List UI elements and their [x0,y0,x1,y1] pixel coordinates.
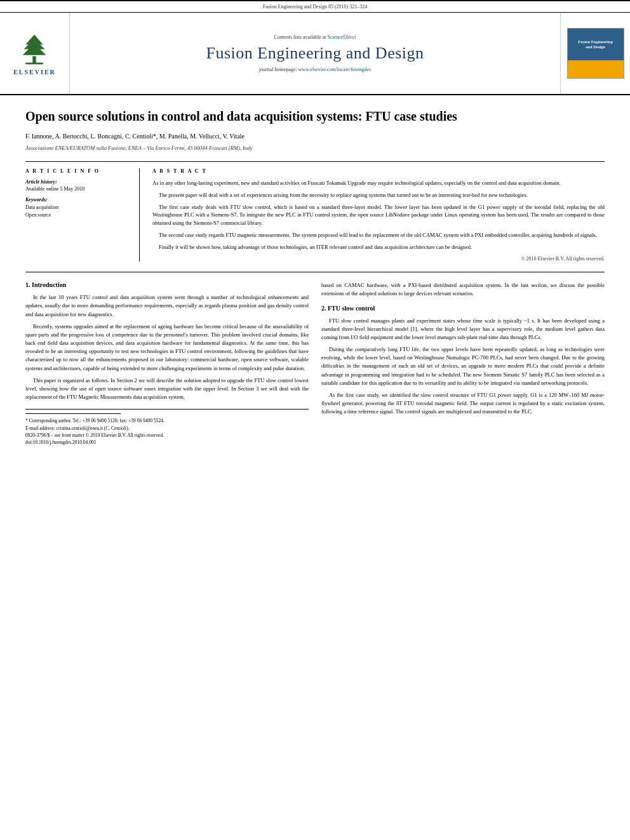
section1-p3: This paper is organized as follows. In S… [25,377,309,402]
section2-heading: FTU slow control [328,305,375,312]
section1-body: In the last 10 years FTU control and dat… [25,293,309,401]
email-label: E-mail address: [25,425,55,431]
article-history-label: Article history: [25,179,130,185]
svg-rect-1 [26,62,44,64]
section2-p1: FTU slow control manages plants and expe… [321,317,605,342]
section1-heading: Introduction [32,281,66,288]
keyword-1: Data acquisition [25,204,130,211]
journal-logo-right: Fusion Engineering and Design [560,13,630,94]
header-center: Contents lists available at ScienceDirec… [70,13,560,94]
article-body: Open source solutions in control and dat… [0,95,630,458]
footnote-email: E-mail address: cristina.centioli@enea.i… [25,425,309,432]
abstract-p5: Finally it will be shown how, taking adv… [152,243,605,251]
elsevier-logo: ELSEVIER [0,13,70,94]
affiliation-line: Associazione ENEA/EURATOM sulla Fusione,… [25,145,605,151]
abstract-p4: The second case study regards FTU magnet… [152,231,605,239]
svg-rect-0 [33,56,37,63]
logo-line2: and Design [578,44,612,50]
article-info-heading: A R T I C L E I N F O [25,168,130,174]
section2-number: 2. [321,305,326,312]
article-title: Open source solutions in control and dat… [25,108,605,124]
section1-number: 1. [25,281,30,288]
issn-line: 0920-3796/$ – see front matter © 2010 El… [25,432,309,439]
section2-p2: During the comparatively long FTU life, … [321,345,605,387]
left-col: 1. Introduction In the last 10 years FTU… [25,281,309,446]
section1-title: 1. Introduction [25,281,309,288]
footer-area: * Corresponding author. Tel.: +39 06 940… [25,409,309,446]
contents-line: Contents lists available at ScienceDirec… [274,34,356,40]
homepage-url[interactable]: www.elsevier.com/locate/fusengdes [298,67,372,72]
page-wrapper: Fusion Engineering and Design 85 (2010) … [0,0,630,840]
keywords-label: Keywords: [25,197,130,203]
journal-title-main: Fusion Engineering and Design [206,44,424,63]
email-address[interactable]: cristina.centioli@enea.it [57,425,103,431]
section2-p3: As the first case study, we identified t… [321,391,605,417]
section1-right-p1: based on CAMAC hardware, with a PXI-base… [321,281,605,298]
abstract-text: As in any other long-lasting experiment,… [152,179,605,251]
section2-body: FTU slow control manages plants and expe… [321,317,605,417]
doi-line: doi:10.1016/j.fusengdes.2010.04.001 [25,439,309,446]
right-col: based on CAMAC hardware, with a PXI-base… [321,281,605,446]
abstract-col: A B S T R A C T As in any other long-las… [152,168,605,262]
elsevier-logo-inner: ELSEVIER [13,32,56,76]
footnote-corresponding: * Corresponding author. Tel.: +39 06 940… [25,417,309,424]
journal-citation-text: Fusion Engineering and Design 85 (2010) … [263,4,367,10]
header-bar: ELSEVIER Contents lists available at Sci… [0,13,630,95]
section1-p1: In the last 10 years FTU control and dat… [25,293,309,319]
abstract-p3: The first case study deals with FTU slow… [152,203,605,227]
sciencedirect-link[interactable]: ScienceDirect [328,34,356,40]
abstract-heading: A B S T R A C T [152,168,605,174]
article-info-col: A R T I C L E I N F O Article history: A… [25,168,140,262]
logo-top: Fusion Engineering and Design [568,29,624,60]
journal-homepage-line: journal homepage: www.elsevier.com/locat… [259,67,371,72]
section1-p2: Recently, systems upgrades aimed at the … [25,323,309,373]
abstract-p1: As in any other long-lasting experiment,… [152,179,605,187]
logo-bottom [568,60,624,78]
email-person: (C. Centioli). [104,425,130,431]
keyword-2: Open source [25,211,130,219]
contents-label: Contents lists available at [274,34,326,40]
section1-right-body: based on CAMAC hardware, with a PXI-base… [321,281,605,298]
authors-line: F. Iannone, A. Bertocchi, L. Boncagni, C… [25,132,605,141]
main-content: 1. Introduction In the last 10 years FTU… [25,272,605,446]
keywords-list: Data acquisition Open source [25,204,130,219]
elsevier-brand-text: ELSEVIER [13,69,56,76]
copyright-line: © 2010 Elsevier B.V. All rights reserved… [152,256,605,262]
homepage-label: journal homepage: [259,67,297,72]
article-history-value: Available online 5 May 2010 [25,186,130,192]
logo-line1: Fusion Engineering [578,39,612,44]
article-info-abstract-section: A R T I C L E I N F O Article history: A… [25,161,605,262]
section2-title: 2. FTU slow control [321,305,605,312]
journal-citation: Fusion Engineering and Design 85 (2010) … [0,0,630,13]
elsevier-tree-icon [15,32,53,67]
footnote-divider [25,413,121,414]
journal-logo-box: Fusion Engineering and Design [567,28,624,79]
logo-top-text: Fusion Engineering and Design [578,39,612,50]
abstract-p2: The present paper will deal with a set o… [152,191,605,199]
